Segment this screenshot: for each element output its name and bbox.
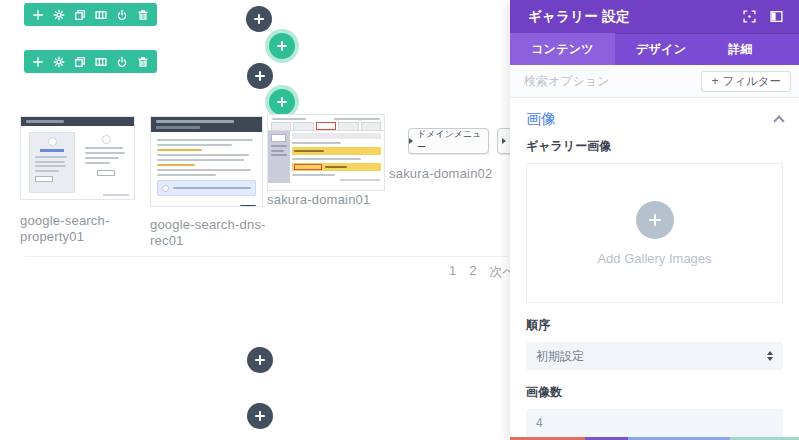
panel-search-row: + フィルター (510, 65, 799, 98)
add-gallery-images-text: Add Gallery Images (597, 251, 711, 266)
gallery-divider (25, 256, 508, 257)
image-count-label: 画像数 (526, 384, 783, 401)
divi-builder-canvas: ドメインメニュー google-search-property01 google… (0, 0, 799, 440)
section-title[interactable]: 画像 (526, 110, 556, 129)
caret-right-icon (502, 138, 506, 144)
disable-power-icon[interactable] (115, 7, 130, 22)
delete-trash-icon[interactable] (136, 54, 151, 69)
filter-button[interactable]: + フィルター (701, 71, 791, 92)
snap-to-side-icon[interactable] (770, 9, 785, 24)
domain-menu-button-label: ドメインメニュー (417, 128, 488, 154)
add-section-button[interactable] (246, 6, 272, 32)
duplicate-icon[interactable] (72, 7, 87, 22)
settings-gear-icon[interactable] (51, 7, 66, 22)
thumbnail-card (29, 132, 75, 193)
image-section-header: 画像 (526, 110, 783, 128)
pagination-page-1[interactable]: 1 (449, 263, 456, 281)
disable-power-icon[interactable] (115, 54, 130, 69)
gallery-item-label: google-search-dns-rec01 (150, 217, 274, 248)
plus-icon (276, 40, 288, 52)
row-toolbar (24, 50, 157, 73)
tab-content[interactable]: コンテンツ (510, 33, 615, 65)
gallery-item-thumbnail-4-partial-button[interactable] (497, 128, 511, 154)
gallery-item-label: sakura-domain01 (267, 192, 370, 208)
plus-icon (254, 410, 266, 422)
caret-right-icon (409, 138, 413, 144)
gallery-settings-panel: ギャラリー 設定 コンテンツ デザイン 詳細 + フィルター (510, 0, 799, 440)
plus-icon (254, 354, 266, 366)
filter-button-label: フィルター (722, 74, 781, 89)
plus-icon: + (711, 75, 718, 87)
order-select[interactable]: 初期設定 (526, 342, 783, 370)
panel-header: ギャラリー 設定 (510, 0, 799, 33)
order-label: 順序 (526, 317, 783, 334)
gallery-item-thumbnail-4[interactable]: ドメインメニュー (408, 128, 489, 154)
row-toolbar (24, 3, 157, 26)
add-images-button[interactable] (636, 201, 674, 239)
panel-tab-bar: コンテンツ デザイン 詳細 (510, 33, 799, 65)
gallery-item-thumbnail-3[interactable] (267, 114, 385, 191)
plus-icon (253, 13, 265, 25)
tab-advanced[interactable]: 詳細 (707, 33, 774, 65)
image-count-input[interactable] (526, 409, 783, 437)
expand-modal-icon[interactable] (743, 9, 758, 24)
select-arrows-icon (767, 351, 773, 361)
settings-gear-icon[interactable] (51, 54, 66, 69)
gallery-item-label: google-search-property01 (20, 213, 140, 244)
panel-title: ギャラリー 設定 (528, 8, 731, 26)
add-section-button[interactable] (247, 63, 273, 89)
plus-icon (648, 213, 662, 227)
duplicate-icon[interactable] (72, 54, 87, 69)
thumbnail-tab-row (268, 122, 384, 131)
add-section-button[interactable] (247, 403, 273, 429)
thumbnail-card (85, 135, 127, 176)
add-row-button[interactable] (269, 33, 295, 59)
thumbnail-header-bar (151, 117, 262, 132)
thumbnail-main (268, 131, 384, 183)
gallery-item-thumbnail-2[interactable] (150, 116, 263, 207)
chevron-up-icon[interactable] (773, 115, 784, 126)
thumbnail-header-bar (21, 117, 134, 126)
pagination-page-2[interactable]: 2 (469, 263, 476, 281)
delete-trash-icon[interactable] (136, 7, 151, 22)
gallery-pagination: 1 2 次へ (449, 263, 516, 281)
search-options-input[interactable] (524, 74, 701, 88)
panel-body: 画像 ギャラリー画像 Add Gallery Images 順序 初期設定 画像… (510, 98, 799, 437)
column-structure-icon[interactable] (94, 54, 109, 69)
column-structure-icon[interactable] (94, 7, 109, 22)
thumbnail-text-body (151, 132, 262, 203)
move-icon[interactable] (30, 7, 45, 22)
add-row-button[interactable] (269, 89, 295, 115)
thumbnail-top-strip (268, 115, 384, 122)
plus-icon (254, 70, 266, 82)
gallery-item-label: sakura-domain02 (389, 166, 492, 182)
add-gallery-images-dropzone[interactable]: Add Gallery Images (526, 163, 783, 303)
gallery-images-label: ギャラリー画像 (526, 138, 783, 155)
thumbnail-footer (151, 203, 262, 207)
add-section-button[interactable] (247, 347, 273, 373)
gallery-item-thumbnail-1[interactable] (20, 116, 135, 200)
move-icon[interactable] (30, 54, 45, 69)
tab-design[interactable]: デザイン (615, 33, 707, 65)
plus-icon (276, 96, 288, 108)
order-select-value: 初期設定 (536, 348, 584, 365)
